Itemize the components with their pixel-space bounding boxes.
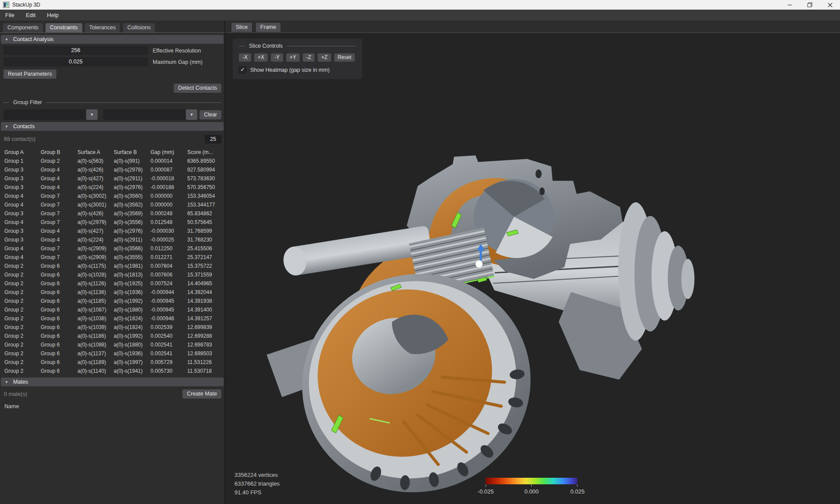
contact-cell[interactable]: 50.575645 [187,219,224,225]
contact-cell[interactable]: Group 6 [41,315,77,322]
contact-cell[interactable]: Group 2 [4,324,41,330]
contact-cell[interactable]: a(0)-s(1185) [77,298,114,304]
contact-row[interactable]: Group 2Group 6a(0)-s(1137)a(0)-s(1936)0.… [0,349,224,358]
contact-cell[interactable]: Group 3 [4,184,41,190]
contact-cell[interactable]: 6365.89550 [187,158,224,164]
menu-file[interactable]: File [5,12,14,18]
contact-cell[interactable]: a(0)-s(3555) [114,254,150,260]
contact-cell[interactable]: 0.000000 [150,193,187,199]
contact-cell[interactable]: a(0)-s(1824) [114,324,150,330]
contact-cell[interactable]: Group 2 [4,289,41,295]
contact-row[interactable]: Group 2Group 6a(0)-s(1185)a(0)-s(1992)-0… [0,297,224,305]
contact-cell[interactable]: 14.404965 [187,280,224,287]
contact-cell[interactable]: 0.002541 [150,342,187,348]
contact-cell[interactable]: Group 4 [4,193,41,199]
contact-cell[interactable]: 0.000014 [150,158,187,164]
slice-tab-button[interactable]: Slice [231,23,252,32]
contact-cell[interactable]: a(0)-s(1992) [114,333,150,339]
contact-cell[interactable]: Group 2 [4,263,41,269]
contact-cell[interactable]: Group 4 [4,202,41,208]
contact-row[interactable]: Group 2Group 6a(0)-s(1028)a(0)-s(1813)0.… [0,270,224,279]
contact-cell[interactable]: a(0)-s(427) [77,175,114,182]
contact-cell[interactable]: a(0)-s(2979) [77,219,114,225]
close-button[interactable] [820,0,840,10]
contact-row[interactable]: Group 2Group 6a(0)-s(1039)a(0)-s(1824)0.… [0,323,224,332]
restore-button[interactable] [800,0,820,10]
contact-cell[interactable]: -0.000945 [150,298,187,304]
contact-cell[interactable]: 65.834862 [187,210,224,217]
contact-cell[interactable]: Group 6 [41,359,77,365]
contact-cell[interactable]: Group 7 [41,245,77,252]
contact-cell[interactable]: 0.005729 [150,359,187,365]
contact-cell[interactable]: a(0)-s(1140) [77,368,114,374]
contact-cell[interactable]: 0.012548 [150,219,187,225]
contact-cell[interactable]: a(0)-s(2978) [114,167,150,173]
group-filter-combo-b[interactable] [103,109,186,120]
resolution-input[interactable]: 256 [4,46,148,55]
contact-cell[interactable]: a(0)-s(1936) [114,350,150,357]
contact-cell[interactable]: 14.392044 [187,289,224,295]
contact-cell[interactable]: a(0)-s(1136) [77,289,114,295]
contact-cell[interactable]: Group 2 [4,280,41,287]
contact-cell[interactable]: 15.375722 [187,263,224,269]
contact-row[interactable]: Group 3Group 7a(0)-s(426)a(0)-s(3569)0.0… [0,209,224,218]
contact-row[interactable]: Group 4Group 7a(0)-s(2979)a(0)-s(3556)0.… [0,218,224,227]
contact-cell[interactable]: -0.000946 [150,315,187,322]
contact-cell[interactable]: -0.000030 [150,228,187,234]
contact-row[interactable]: Group 2Group 6a(0)-s(1038)a(0)-s(1824)-0… [0,314,224,323]
contact-cell[interactable]: Group 2 [41,158,77,164]
contact-cell[interactable]: 14.391938 [187,298,224,304]
contact-cell[interactable]: 25.415506 [187,245,224,252]
tab-collisions[interactable]: Collisions [123,23,155,32]
contact-cell[interactable]: a(0)-s(1997) [114,359,150,365]
contact-cell[interactable]: 927.580994 [187,167,224,173]
contact-row[interactable]: Group 2Group 6a(0)-s(1088)a(0)-s(1880)0.… [0,340,224,349]
contact-cell[interactable]: a(0)-s(2909) [77,245,114,252]
contact-cell[interactable]: Group 2 [4,368,41,374]
3d-canvas[interactable]: Slice Controls -X +X -Y +Y -Z +Z Reset ✓… [225,33,840,504]
col-group-a[interactable]: Group A [4,149,41,155]
contact-cell[interactable]: 0.002540 [150,333,187,339]
contact-analysis-header[interactable]: ▼ Contact Analysis [1,35,224,44]
contact-cell[interactable]: a(0)-s(3560) [114,193,150,199]
contact-cell[interactable]: a(0)-s(3566) [114,245,150,252]
frame-tab-button[interactable]: Frame [256,23,280,32]
contact-cell[interactable]: a(0)-s(1039) [77,324,114,330]
contact-cell[interactable]: Group 7 [41,193,77,199]
contact-cell[interactable]: Group 2 [4,272,41,278]
col-score[interactable]: Score (m... [187,149,224,155]
contact-cell[interactable]: Group 2 [4,359,41,365]
contact-cell[interactable]: a(0)-s(1189) [77,359,114,365]
contact-cell[interactable]: 0.007606 [150,272,187,278]
contact-row[interactable]: Group 3Group 4a(0)-s(224)a(0)-s(2976)-0.… [0,183,224,192]
contact-cell[interactable]: -0.000018 [150,175,187,182]
contact-row[interactable]: Group 3Group 4a(0)-s(426)a(0)-s(2978)0.0… [0,165,224,174]
contact-cell[interactable]: Group 6 [41,263,77,269]
contact-cell[interactable]: a(0)-s(1186) [77,333,114,339]
contact-row[interactable]: Group 3Group 4a(0)-s(427)a(0)-s(2976)-0.… [0,227,224,235]
contact-cell[interactable]: 0.002541 [150,350,187,357]
contact-cell[interactable]: -0.000188 [150,184,187,190]
contact-cell[interactable]: a(0)-s(3002) [77,193,114,199]
contact-cell[interactable]: 0.012250 [150,245,187,252]
col-surface-b[interactable]: Surface B [114,149,150,155]
contact-cell[interactable]: Group 4 [4,219,41,225]
contact-cell[interactable]: Group 4 [41,175,77,182]
contact-cell[interactable]: a(0)-s(1126) [77,280,114,287]
contact-row[interactable]: Group 3Group 4a(0)-s(224)a(0)-s(2911)-0.… [0,235,224,244]
contact-cell[interactable]: a(0)-s(3569) [114,210,150,217]
contact-cell[interactable]: Group 3 [4,210,41,217]
contact-cell[interactable]: 25.372147 [187,254,224,260]
contact-cell[interactable]: a(0)-s(563) [77,158,114,164]
menu-edit[interactable]: Edit [26,12,35,18]
contact-cell[interactable]: 0.000248 [150,210,187,217]
contact-cell[interactable]: Group 1 [4,158,41,164]
contact-row[interactable]: Group 4Group 7a(0)-s(3002)a(0)-s(3560)0.… [0,192,224,200]
contact-cell[interactable]: a(0)-s(2976) [114,184,150,190]
contact-cell[interactable]: a(0)-s(2976) [114,228,150,234]
contact-cell[interactable]: a(0)-s(426) [77,167,114,173]
combo-b-dropdown-icon[interactable]: ▼ [186,109,197,120]
contact-cell[interactable]: a(0)-s(2911) [114,237,150,243]
contact-cell[interactable]: a(0)-s(224) [77,184,114,190]
contact-row[interactable]: Group 2Group 6a(0)-s(1136)a(0)-s(1936)-0… [0,288,224,297]
